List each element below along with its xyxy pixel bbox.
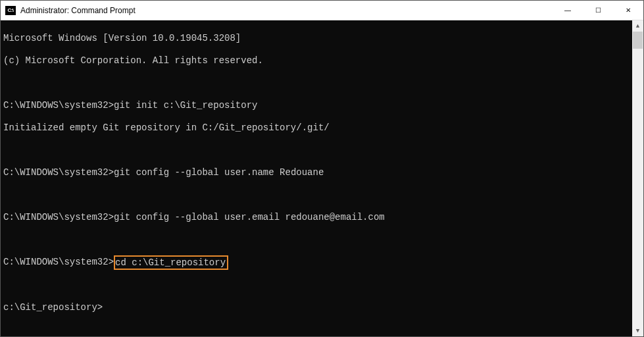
cmd-icon: C:\ [5, 6, 16, 15]
terminal-output[interactable]: Microsoft Windows [Version 10.0.19045.32… [1, 20, 632, 336]
command-git-config-name: git config --global user.name Redouane [114, 167, 324, 178]
copyright-line: (c) Microsoft Corporation. All rights re… [3, 55, 263, 66]
scroll-up-arrow-icon[interactable]: ▲ [632, 20, 643, 32]
command-git-config-email: git config --global user.email redouane@… [114, 212, 385, 223]
prompt: C:\WINDOWS\system32> [3, 257, 114, 268]
prompt-current: c:\Git_repository> [3, 302, 103, 313]
window-controls: — ☐ ✕ [553, 1, 643, 20]
window-title: Administrator: Command Prompt [20, 6, 553, 15]
scroll-down-arrow-icon[interactable]: ▼ [632, 325, 643, 336]
window-titlebar: C:\ Administrator: Command Prompt — ☐ ✕ [1, 1, 643, 20]
prompt: C:\WINDOWS\system32> [3, 100, 114, 111]
output-git-init: Initialized empty Git repository in C:/G… [3, 122, 330, 134]
prompt: C:\WINDOWS\system32> [3, 167, 114, 178]
console-area: Microsoft Windows [Version 10.0.19045.32… [1, 20, 643, 336]
scroll-thumb[interactable] [633, 32, 643, 49]
highlighted-command-cd: cd c:\Git_repository [114, 255, 228, 270]
maximize-button[interactable]: ☐ [583, 1, 613, 20]
version-line: Microsoft Windows [Version 10.0.19045.32… [3, 33, 241, 44]
minimize-button[interactable]: — [553, 1, 583, 20]
close-button[interactable]: ✕ [613, 1, 643, 20]
vertical-scrollbar[interactable]: ▲ ▼ [632, 20, 643, 336]
command-git-init: git init c:\Git_repository [114, 100, 257, 111]
prompt: C:\WINDOWS\system32> [3, 212, 114, 223]
